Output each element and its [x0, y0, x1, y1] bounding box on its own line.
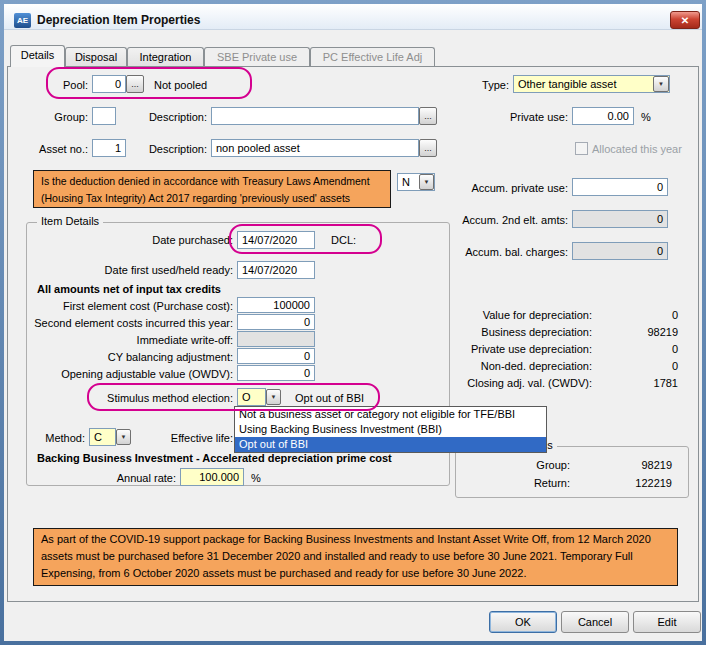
totals-group-label: Group:	[480, 459, 570, 471]
item-details-legend: Item Details	[37, 215, 103, 227]
treasury-dropdown-button[interactable]: ▼	[419, 174, 434, 190]
private-use-field[interactable]: 0.00	[572, 107, 634, 125]
totals-group: Totals	[455, 446, 689, 498]
business-depreciation-label: Business depreciation:	[450, 326, 592, 338]
immediate-writeoff-label: Immediate write-off:	[20, 334, 233, 346]
value-for-depreciation-value: 0	[600, 309, 678, 321]
group-label: Group:	[30, 111, 88, 123]
dialog-window: AE Depreciation Item Properties ✕ Detail…	[0, 0, 706, 645]
totals-group-value: 98219	[588, 459, 672, 471]
accum-2nd-elt-label: Accum. 2nd elt. amts:	[440, 214, 568, 226]
date-first-used-label: Date first used/held ready:	[60, 264, 233, 276]
stimulus-dropdown-button[interactable]: ▼	[266, 389, 281, 405]
date-purchased-field[interactable]: 14/07/2020	[237, 231, 315, 249]
annual-rate-percent: %	[251, 472, 261, 484]
first-element-field[interactable]: 100000	[237, 297, 315, 313]
group-field[interactable]	[92, 107, 116, 125]
first-element-label: First element cost (Purchase cost):	[20, 300, 233, 312]
type-label: Type:	[425, 79, 509, 91]
private-use-depreciation-value: 0	[600, 343, 678, 355]
allocated-label: Allocated this year	[592, 143, 682, 155]
covid-note-box: As part of the COVID-19 support package …	[33, 528, 678, 586]
second-element-field[interactable]: 0	[237, 314, 315, 330]
tab-integration[interactable]: Integration	[127, 47, 204, 66]
accum-private-use-label: Accum. private use:	[440, 182, 568, 194]
method-field[interactable]: C	[89, 428, 116, 446]
title-bar[interactable]: AE Depreciation Item Properties ✕	[4, 4, 702, 30]
chevron-down-icon: ▼	[271, 394, 277, 400]
asset-description-field[interactable]: non pooled asset	[211, 139, 419, 157]
bbi-prime-cost-note: Backing Business Investment - Accelerate…	[37, 452, 392, 464]
owdv-field[interactable]: 0	[237, 365, 315, 381]
ok-button[interactable]: OK	[489, 611, 557, 633]
private-use-label: Private use:	[470, 111, 568, 123]
accum-bal-charges-label: Accum. bal. charges:	[440, 246, 568, 258]
closing-adj-val-value: 1781	[600, 377, 678, 389]
accum-private-use-field[interactable]: 0	[572, 178, 668, 196]
pool-browse-button[interactable]: ...	[126, 75, 144, 93]
asset-description-label: Description:	[139, 143, 207, 155]
close-button[interactable]: ✕	[670, 11, 700, 29]
pool-field[interactable]: 0	[92, 75, 126, 93]
non-ded-depreciation-value: 0	[600, 360, 678, 372]
chevron-down-icon: ▼	[658, 81, 664, 87]
tab-disposal[interactable]: Disposal	[65, 47, 127, 66]
method-label: Method:	[28, 432, 85, 444]
tab-details[interactable]: Details	[10, 45, 65, 67]
group-description-label: Description:	[139, 111, 207, 123]
non-ded-depreciation-label: Non-ded. depreciation:	[450, 360, 592, 372]
stimulus-display-text: Opt out of BBI	[295, 392, 364, 404]
group-description-browse-button[interactable]: ...	[419, 107, 437, 125]
asset-no-field[interactable]: 1	[92, 139, 126, 157]
pool-note: Not pooled	[154, 79, 207, 91]
edit-button[interactable]: Edit	[633, 611, 701, 633]
stimulus-method-field[interactable]: O	[237, 388, 266, 406]
group-description-field[interactable]	[211, 107, 419, 125]
asset-no-label: Asset no.:	[30, 143, 88, 155]
date-first-used-field[interactable]: 14/07/2020	[237, 261, 315, 279]
asset-description-browse-button[interactable]: ...	[419, 139, 437, 157]
effective-life-label: Effective life:	[120, 432, 233, 444]
accum-bal-charges-field: 0	[572, 242, 668, 260]
accum-2nd-elt-field: 0	[572, 210, 668, 228]
dropdown-option-not-eligible[interactable]: Not a business asset or category not eli…	[235, 407, 546, 422]
stimulus-method-label: Stimulus method election:	[60, 392, 233, 404]
treasury-question-box: Is the deduction denied in accordance wi…	[33, 170, 391, 208]
private-use-percent: %	[641, 111, 651, 123]
immediate-writeoff-field	[237, 331, 315, 347]
date-purchased-label: Date purchased:	[90, 234, 233, 246]
dcl-label: DCL:	[331, 234, 356, 246]
chevron-down-icon: ▼	[424, 179, 430, 185]
cy-balancing-label: CY balancing adjustment:	[20, 351, 233, 363]
business-depreciation-value: 98219	[600, 326, 678, 338]
pool-label: Pool:	[30, 79, 88, 91]
private-use-depreciation-label: Private use depreciation:	[450, 343, 592, 355]
tab-sbe-private-use: SBE Private use	[204, 47, 310, 66]
close-icon: ✕	[681, 15, 689, 26]
dropdown-option-using-bbi[interactable]: Using Backing Business Investment (BBI)	[235, 422, 546, 437]
net-of-tax-note: All amounts net of input tax credits	[37, 283, 221, 295]
annual-rate-field[interactable]: 100.000	[180, 468, 244, 486]
second-element-label: Second element costs incurred this year:	[20, 317, 233, 329]
type-dropdown-button[interactable]: ▼	[653, 76, 669, 92]
closing-adj-val-label: Closing adj. val. (CWDV):	[450, 377, 592, 389]
tab-pc-effective-life-adj: PC Effective Life Adj	[310, 47, 435, 66]
cancel-button[interactable]: Cancel	[561, 611, 629, 633]
stimulus-dropdown-list: Not a business asset or category not eli…	[234, 406, 547, 453]
owdv-label: Opening adjustable value (OWDV):	[20, 368, 233, 380]
value-for-depreciation-label: Value for depreciation:	[450, 309, 592, 321]
annual-rate-label: Annual rate:	[80, 472, 176, 484]
type-combobox[interactable]: Other tangible asset	[513, 75, 670, 93]
app-icon: AE	[14, 13, 31, 28]
cy-balancing-field[interactable]: 0	[237, 348, 315, 364]
dropdown-option-opt-out-bbi[interactable]: Opt out of BBI	[235, 437, 546, 452]
window-title: Depreciation Item Properties	[37, 13, 200, 27]
totals-return-label: Return:	[480, 477, 570, 489]
totals-return-value: 122219	[588, 477, 672, 489]
allocated-checkbox	[575, 142, 588, 155]
